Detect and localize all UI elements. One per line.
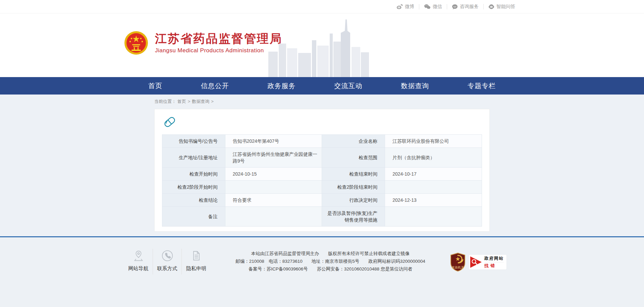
table-row: 告知书编号/公告号告知书2024年第407号企业名称江苏联环药业股份有限公司	[162, 135, 482, 148]
field-value: 符合要求	[225, 194, 322, 207]
field-label: 检查开始时间	[162, 168, 225, 181]
field-value: 2024-12-13	[385, 194, 482, 207]
topbar-item-label: 微信	[433, 4, 442, 10]
main-content: 当前位置： 首页>数据查询> 告知书编号/公告号告知书2024年第407号企业名…	[0, 95, 644, 236]
phone-icon	[153, 249, 181, 262]
weibo-icon	[396, 4, 403, 9]
field-label: 企业名称	[322, 135, 385, 148]
table-row: 备注是否涉及暂停(恢复)生产销售使用等措施	[162, 207, 482, 227]
national-emblem-icon	[124, 31, 148, 55]
footer-link-map-pin[interactable]: 网站导航	[124, 249, 153, 274]
footer-line3: 备案号：苏ICP备09039606号 苏公网安备：32010602010488 …	[211, 265, 450, 273]
footer-line1: 本站由江苏省药品监督管理局主办 版权所有未经许可禁止转载或者建立镜像	[211, 250, 450, 257]
table-row: 检查2阶段开始时间检查2阶段结束时间	[162, 181, 482, 194]
field-value	[225, 207, 322, 227]
field-label: 告知书编号/公告号	[162, 135, 225, 148]
map-pin-icon	[124, 249, 153, 262]
field-value: 江苏省扬州市扬州生物健康产业园健康一路9号	[225, 148, 322, 168]
table-row: 检查结论符合要求行政决定时间2024-12-13	[162, 194, 482, 207]
city-skyline-graphic	[268, 19, 369, 77]
field-label: 备注	[162, 207, 225, 227]
party-badge-label: 党政机关	[452, 266, 464, 269]
field-label: 检查结束时间	[322, 168, 385, 181]
footer-link-label: 隐私申明	[182, 265, 211, 272]
field-label: 检查范围	[322, 148, 385, 168]
table-row: 生产地址/注册地址江苏省扬州市扬州生物健康产业园健康一路9号检查范围片剂（含抗肿…	[162, 148, 482, 168]
footer: 网站导航联系方式隐私申明 本站由江苏省药品监督管理局主办 版权所有未经许可禁止转…	[0, 237, 644, 307]
field-value: 片剂（含抗肿瘤类）	[385, 148, 482, 168]
nav-item-3[interactable]: 政务服务	[267, 77, 297, 95]
field-label: 检查2阶段结束时间	[322, 181, 385, 194]
document-icon	[182, 249, 211, 262]
topbar-item-wechat[interactable]: 微信	[419, 4, 447, 9]
error-badge-line1: 政府网站	[484, 256, 504, 262]
topbar-item-label: 智能问答	[496, 4, 515, 10]
field-label: 行政决定时间	[322, 194, 385, 207]
field-value: 江苏联环药业股份有限公司	[385, 135, 482, 148]
smart-qa-icon	[488, 4, 494, 10]
field-value: 2024-10-17	[385, 168, 482, 181]
topbar-item-label: 咨询服务	[460, 4, 479, 10]
site-subtitle: Jiangsu Medical Products Administration	[155, 47, 282, 54]
gov-site-error-badge[interactable]: 政府网站 找错	[469, 255, 506, 269]
pill-icon	[163, 115, 177, 129]
breadcrumb-link-2[interactable]: 数据查询	[192, 99, 209, 104]
nav-item-1[interactable]: 首页	[148, 77, 163, 95]
party-government-badge[interactable]: 党政机关	[450, 253, 466, 271]
field-label: 是否涉及暂停(恢复)生产销售使用等措施	[322, 207, 385, 227]
footer-link-document[interactable]: 隐私申明	[182, 249, 211, 274]
breadcrumb-separator: >	[211, 99, 214, 104]
field-value	[385, 181, 482, 194]
field-label: 检查2阶段开始时间	[162, 181, 225, 194]
main-nav: 首页信息公开政务服务交流互动数据查询专题专栏	[0, 77, 644, 95]
breadcrumb-link-1[interactable]: 首页	[177, 99, 186, 104]
site-header: 江苏省药品监督管理局 Jiangsu Medical Products Admi…	[0, 13, 644, 77]
inspection-detail-table: 告知书编号/公告号告知书2024年第407号企业名称江苏联环药业股份有限公司生产…	[162, 134, 482, 227]
site-logo[interactable]: 江苏省药品监督管理局 Jiangsu Medical Products Admi…	[124, 31, 282, 55]
topbar-item-weibo[interactable]: 微博	[392, 4, 419, 9]
nav-item-4[interactable]: 交流互动	[333, 77, 363, 95]
field-label: 生产地址/注册地址	[162, 148, 225, 168]
breadcrumb-separator: >	[188, 99, 191, 104]
footer-link-label: 联系方式	[153, 265, 181, 272]
nav-item-5[interactable]: 数据查询	[400, 77, 430, 95]
breadcrumb: 当前位置： 首页>数据查询>	[154, 99, 490, 105]
topbar: 微博微信咨询服务智能问答	[0, 0, 644, 13]
field-value: 2024-10-15	[225, 168, 322, 181]
site-title: 江苏省药品监督管理局	[155, 32, 282, 45]
breadcrumb-prefix: 当前位置：	[154, 99, 176, 104]
topbar-item-consult-service[interactable]: 咨询服务	[447, 4, 483, 9]
footer-link-phone[interactable]: 联系方式	[153, 249, 182, 274]
footer-link-label: 网站导航	[124, 265, 153, 272]
field-value	[385, 207, 482, 227]
field-value: 告知书2024年第407号	[225, 135, 322, 148]
nav-item-2[interactable]: 信息公开	[200, 77, 230, 95]
error-badge-line2: 找错	[484, 262, 504, 269]
consult-service-icon	[452, 4, 458, 10]
detail-card: 告知书编号/公告号告知书2024年第407号企业名称江苏联环药业股份有限公司生产…	[154, 109, 490, 232]
topbar-item-smart-qa[interactable]: 智能问答	[483, 4, 520, 9]
wechat-icon	[424, 4, 431, 9]
topbar-item-label: 微博	[405, 4, 414, 10]
footer-info: 本站由江苏省药品监督管理局主办 版权所有未经许可禁止转载或者建立镜像 邮编：21…	[211, 249, 450, 273]
error-find-flag-icon	[469, 255, 482, 269]
table-row: 检查开始时间2024-10-15检查结束时间2024-10-17	[162, 168, 482, 181]
nav-item-6[interactable]: 专题专栏	[467, 77, 496, 95]
field-label: 检查结论	[162, 194, 225, 207]
footer-line2: 邮编：210008 电话：83273610 地址：南京市鼓楼街5号 政府网站标识…	[211, 257, 450, 265]
field-value	[225, 181, 322, 194]
